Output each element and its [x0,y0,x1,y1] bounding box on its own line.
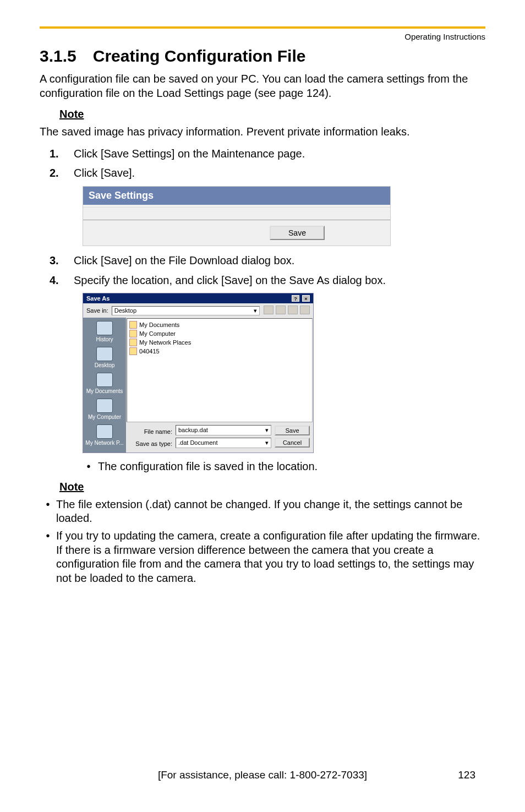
intro-paragraph: A configuration file can be saved on you… [40,72,485,100]
up-icon[interactable] [276,306,286,314]
accent-rule [40,26,485,29]
note2-item-2: • If you try to updating the camera, cre… [40,529,485,585]
note-heading-1: Note [59,108,485,121]
computer-icon [129,330,137,337]
save-as-window-icons: ? × [291,295,310,302]
folder-icon [129,347,137,355]
steps-list-cont: 3. Click [Save] on the File Download dia… [40,254,485,287]
step-3-text: Click [Save] on the File Download dialog… [74,254,485,268]
steps-list: 1. Click [Save Settings] on the Maintena… [40,147,485,181]
mydocs-icon [96,373,113,387]
bullet-dot: • [40,529,56,585]
note2-text-2: If you try to updating the camera, creat… [56,529,485,585]
step-2-num: 2. [50,166,74,181]
back-icon[interactable] [264,306,274,314]
list-item[interactable]: My Documents [129,321,310,329]
step-3: 3. Click [Save] on the File Download dia… [40,254,485,268]
folder-icon [129,321,137,329]
confirmation-list: • The configuration file is saved in the… [79,460,485,474]
chevron-down-icon: ▾ [254,307,257,314]
save-settings-divider [83,207,390,220]
save-type-select[interactable]: .dat Document▾ [176,438,271,448]
note2-item-1: • The file extension (.dat) cannot be ch… [40,498,485,526]
confirmation-item: • The configuration file is saved in the… [79,460,485,474]
chevron-down-icon: ▾ [265,439,269,446]
save-as-toolbar [263,306,310,315]
file-list-pane[interactable]: My Documents My Computer My Network Plac… [127,318,313,422]
save-settings-save-button[interactable]: Save [270,226,325,240]
save-as-dialog: Save As ? × Save in: Desktop ▾ History D… [83,293,314,453]
save-as-save-button[interactable]: Save [275,426,310,435]
section-title: 3.1.5Creating Configuration File [40,47,485,66]
help-icon[interactable]: ? [292,295,299,302]
close-icon[interactable]: × [302,295,310,302]
save-in-location: Desktop [114,307,136,314]
save-in-dropdown[interactable]: Desktop ▾ [112,306,260,315]
save-type-label: Save as type: [129,438,172,450]
bullet-dot: • [79,460,98,474]
desktop-icon [96,347,113,361]
history-icon [96,321,113,335]
page-number: 123 [458,769,475,781]
places-history[interactable]: History [83,321,126,342]
step-3-num: 3. [50,254,74,268]
step-1: 1. Click [Save Settings] on the Maintena… [40,147,485,161]
step-4-num: 4. [50,274,74,288]
bullet-dot: • [40,498,56,526]
chevron-down-icon: ▾ [265,427,269,434]
header-operating: Operating Instructions [40,32,485,41]
views-icon[interactable] [300,306,310,314]
places-mydocs[interactable]: My Documents [83,373,126,394]
step-4: 4. Specify the location, and click [Save… [40,274,485,288]
step-2-text: Click [Save]. [74,166,485,181]
network-icon [129,339,137,346]
list-item[interactable]: 040415 [129,347,310,355]
section-title-text: Creating Configuration File [93,47,306,65]
note1-text: The saved image has privacy information.… [40,125,485,139]
newfolder-icon[interactable] [288,306,298,314]
note2-list: • The file extension (.dat) cannot be ch… [40,498,485,586]
list-item[interactable]: My Network Places [129,339,310,346]
places-mynet[interactable]: My Network P... [83,424,126,446]
save-as-cancel-button[interactable]: Cancel [275,438,310,448]
save-settings-panel: Save Settings Save [83,186,391,246]
save-settings-title: Save Settings [83,187,390,205]
save-as-title-text: Save As [86,295,110,302]
places-desktop[interactable]: Desktop [83,347,126,368]
step-1-num: 1. [50,147,74,161]
section-number: 3.1.5 [40,47,76,65]
list-item[interactable]: My Computer [129,330,310,337]
mycomp-icon [96,399,113,413]
places-bar: History Desktop My Documents My Computer… [83,318,126,453]
file-name-label: File name: [129,426,172,438]
step-1-text: Click [Save Settings] on the Maintenance… [74,147,485,161]
places-mycomp[interactable]: My Computer [83,399,126,420]
mynet-icon [96,424,113,439]
footer-assistance: [For assistance, please call: 1-800-272-… [0,769,525,781]
step-4-text: Specify the location, and click [Save] o… [74,274,485,288]
note2-text-1: The file extension (.dat) cannot be chan… [56,498,485,526]
confirmation-text: The configuration file is saved in the l… [98,460,318,474]
save-as-titlebar: Save As ? × [83,293,313,303]
step-2: 2. Click [Save]. [40,166,485,181]
save-in-label: Save in: [86,307,108,314]
file-name-input[interactable]: backup.dat▾ [176,425,271,435]
note-heading-2: Note [59,481,485,493]
